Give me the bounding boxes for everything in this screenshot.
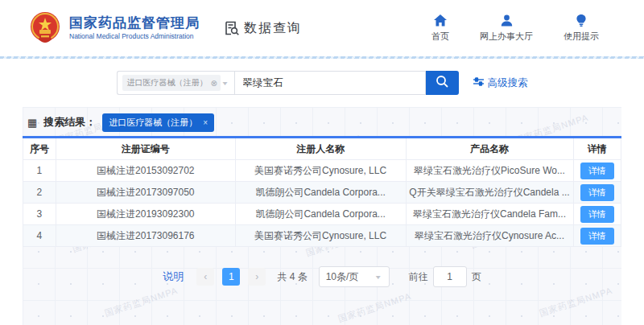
page-size-value: 10条/页 <box>326 270 359 284</box>
row-index: 4 <box>23 225 56 247</box>
table-row: 1 国械注进20153092702 美国赛诺秀公司Cynosure, LLC 翠… <box>23 160 621 182</box>
category-select[interactable]: 进口医疗器械（注册） ⊗ ▼ <box>117 71 234 95</box>
nav-item-home[interactable]: 首页 <box>431 14 449 43</box>
nav-label: 网上办事大厅 <box>480 31 533 43</box>
results-label: 搜索结果： <box>43 115 96 130</box>
tag-clear-icon[interactable]: ⊗ <box>211 79 217 88</box>
search-input[interactable] <box>234 71 426 95</box>
filter-sliders-icon <box>473 77 484 88</box>
app-title: 数据查询 <box>224 20 302 37</box>
header-nav: 首页 网上办事大厅 使用提示 <box>431 14 599 43</box>
active-filter-tag[interactable]: 进口医疗器械（注册） × <box>102 113 214 132</box>
chevron-down-icon: ▼ <box>221 80 229 86</box>
row-index: 3 <box>23 204 56 225</box>
org-name-en: National Medical Products Administration <box>69 33 200 41</box>
table-row: 2 国械注进20173097050 凯德朗公司Candela Corpora..… <box>23 182 621 204</box>
advanced-search-link[interactable]: 高级搜索 <box>473 76 528 90</box>
col-header-product: 产品名称 <box>406 138 573 160</box>
row-index: 2 <box>23 182 56 204</box>
registrant: 美国赛诺秀公司Cynosure, LLC <box>235 225 406 247</box>
goto-prefix-label: 前往 <box>409 270 428 284</box>
results-panel: 国家药监局NMPA 国家药监局NMPA 国家药监局NMPA 国家药监局NMPA … <box>23 107 621 325</box>
search-section: 进口医疗器械（注册） ⊗ ▼ 高级搜索 <box>0 59 644 107</box>
product-name: 翠绿宝石激光治疗仪Cynosure Ac... <box>406 225 573 247</box>
search-group: 进口医疗器械（注册） ⊗ ▼ <box>117 71 459 95</box>
national-emblem-icon <box>29 10 61 46</box>
detail-button[interactable]: 详情 <box>580 184 614 201</box>
detail-button[interactable]: 详情 <box>580 162 614 179</box>
results-table: 序号 注册证编号 注册人名称 产品名称 详情 1 国械注进20153092702… <box>23 136 621 247</box>
category-tag[interactable]: 进口医疗器械（注册） ⊗ <box>122 75 221 91</box>
nav-label: 使用提示 <box>564 31 599 43</box>
prev-page-button[interactable]: ‹ <box>196 268 214 286</box>
app-title-text: 数据查询 <box>244 20 302 37</box>
col-header-registrant: 注册人名称 <box>235 138 406 160</box>
current-page-button[interactable]: 1 <box>222 268 240 286</box>
category-tag-label: 进口医疗器械（注册） <box>127 77 208 88</box>
logo-group[interactable]: 国家药品监督管理局 National Medical Products Admi… <box>29 10 200 46</box>
results-bar: ▦ 搜索结果： 进口医疗器械（注册） × <box>23 107 621 136</box>
pagination: 说明 ‹ 1 › 共 4 条 10条/页 ▼ 前往 页 <box>23 266 621 287</box>
col-header-cert-no: 注册证编号 <box>56 138 235 160</box>
goto-page-group: 前往 页 <box>409 266 481 287</box>
nmpa-data-query-page: 国家药品监督管理局 National Medical Products Admi… <box>0 0 644 325</box>
detail-button[interactable]: 详情 <box>580 206 614 223</box>
col-header-detail: 详情 <box>573 138 621 160</box>
page-size-select[interactable]: 10条/页 ▼ <box>319 266 390 287</box>
watermark: 国家药监局NMPA <box>336 290 413 325</box>
note-link[interactable]: 说明 <box>163 269 184 284</box>
nav-label: 首页 <box>431 31 449 43</box>
data-query-icon <box>224 20 240 36</box>
detail-button[interactable]: 详情 <box>580 228 614 245</box>
cert-no: 国械注进20153092702 <box>56 160 235 182</box>
product-name: 翠绿宝石激光治疗仪PicoSure Wo... <box>406 160 573 182</box>
product-name: Q开关翠绿宝石激光治疗仪Candela ... <box>406 182 573 204</box>
goto-suffix-label: 页 <box>472 270 481 284</box>
registrant: 凯德朗公司Candela Corpora... <box>235 204 406 225</box>
user-icon <box>501 14 513 27</box>
cert-no: 国械注进20193092300 <box>56 204 235 225</box>
close-icon[interactable]: × <box>203 118 208 127</box>
search-icon <box>436 75 449 91</box>
goto-page-input[interactable] <box>433 266 467 287</box>
bulb-icon <box>576 14 586 27</box>
product-name: 翠绿宝石激光治疗仪Candela Fam... <box>406 204 573 225</box>
grid-icon: ▦ <box>27 117 37 128</box>
cert-no: 国械注进20173097050 <box>56 182 235 204</box>
watermark: 国家药监局NMPA <box>103 285 180 320</box>
row-index: 1 <box>23 160 56 182</box>
table-row: 3 国械注进20193092300 凯德朗公司Candela Corpora..… <box>23 204 621 225</box>
active-filter-label: 进口医疗器械（注册） <box>109 117 197 129</box>
org-names: 国家药品监督管理局 National Medical Products Admi… <box>69 15 200 40</box>
home-icon <box>434 14 447 27</box>
search-button[interactable] <box>426 71 459 95</box>
next-page-button[interactable]: › <box>248 268 266 286</box>
table-row: 4 国械注进20173096176 美国赛诺秀公司Cynosure, LLC 翠… <box>23 225 621 247</box>
table-header-row: 序号 注册证编号 注册人名称 产品名称 详情 <box>23 138 621 160</box>
org-name-cn: 国家药品监督管理局 <box>69 15 200 31</box>
total-count-label: 共 4 条 <box>277 270 307 284</box>
nav-item-service-hall[interactable]: 网上办事大厅 <box>480 14 533 43</box>
watermark: 国家药监局NMPA <box>538 285 614 320</box>
col-header-index: 序号 <box>23 138 56 160</box>
cert-no: 国械注进20173096176 <box>56 225 235 247</box>
header: 国家药品监督管理局 National Medical Products Admi… <box>0 0 644 56</box>
registrant: 凯德朗公司Candela Corpora... <box>235 182 406 204</box>
advanced-search-label: 高级搜索 <box>488 76 528 90</box>
registrant: 美国赛诺秀公司Cynosure, LLC <box>235 160 406 182</box>
nav-item-usage-tips[interactable]: 使用提示 <box>564 14 599 43</box>
chevron-down-icon: ▼ <box>374 274 382 280</box>
